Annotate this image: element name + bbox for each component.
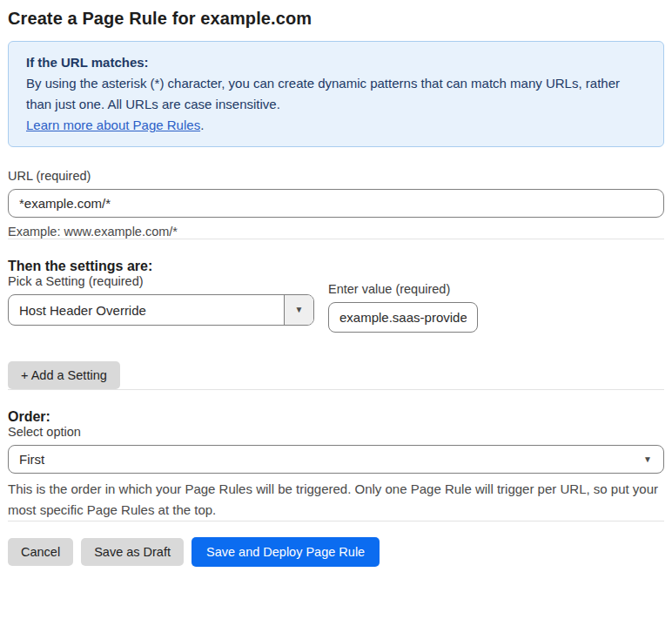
divider (8, 389, 664, 390)
order-helper-text: This is the order in which your Page Rul… (8, 479, 661, 521)
save-as-draft-button[interactable]: Save as Draft (81, 538, 184, 566)
setting-select-group: Pick a Setting (required) Host Header Ov… (8, 274, 314, 326)
url-field-label: URL (required) (8, 169, 664, 183)
setting-select-value: Host Header Override (9, 295, 284, 325)
order-select-label: Select option (8, 425, 664, 439)
add-setting-button[interactable]: + Add a Setting (8, 361, 120, 389)
url-match-info-box: If the URL matches: By using the asteris… (8, 41, 664, 147)
divider (8, 521, 664, 521)
page-title: Create a Page Rule for example.com (8, 9, 664, 29)
url-field-group: URL (required) Example: www.example.com/… (8, 169, 664, 239)
chevron-down-icon: ▼ (295, 306, 304, 314)
settings-section-heading: Then the settings are: (8, 259, 664, 274)
order-select[interactable]: First ▼ (8, 445, 664, 474)
divider (8, 239, 664, 239)
setting-value-group: Enter value (required) (328, 282, 478, 333)
order-section-heading: Order: (8, 409, 664, 425)
url-input[interactable] (8, 189, 664, 218)
value-field-label: Enter value (required) (328, 282, 478, 296)
create-page-rule-page: Create a Page Rule for example.com If th… (0, 0, 672, 567)
save-and-deploy-button[interactable]: Save and Deploy Page Rule (192, 537, 380, 567)
info-box-body: By using the asterisk (*) character, you… (26, 73, 646, 115)
setting-select[interactable]: Host Header Override ▼ (8, 294, 314, 326)
form-actions: Cancel Save as Draft Save and Deploy Pag… (8, 537, 664, 567)
setting-select-label: Pick a Setting (required) (8, 274, 314, 288)
order-select-value: First (9, 446, 643, 473)
info-box-link-line: Learn more about Page Rules. (26, 115, 646, 136)
order-select-arrow: ▼ (643, 446, 663, 473)
cancel-button[interactable]: Cancel (8, 538, 73, 566)
learn-more-link[interactable]: Learn more about Page Rules (26, 118, 200, 132)
info-box-heading: If the URL matches: (26, 52, 646, 73)
order-select-group: Select option First ▼ This is the order … (8, 425, 664, 521)
setting-select-arrow-box[interactable]: ▼ (284, 295, 313, 325)
link-suffix: . (200, 118, 204, 132)
setting-value-input[interactable] (328, 302, 478, 333)
url-example-helper: Example: www.example.com/* (8, 225, 664, 239)
url-input-wrap (8, 189, 664, 218)
chevron-down-icon: ▼ (643, 455, 652, 464)
settings-row: Pick a Setting (required) Host Header Ov… (8, 274, 664, 333)
